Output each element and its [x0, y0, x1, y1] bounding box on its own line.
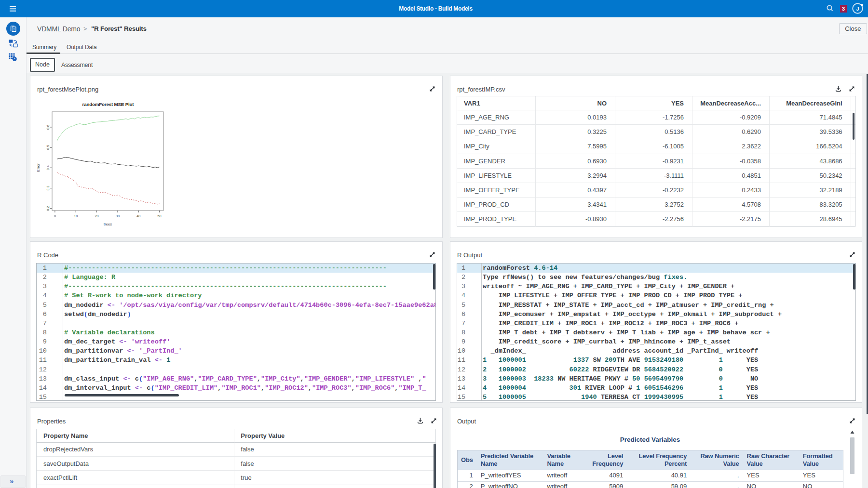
- svg-text:30: 30: [116, 214, 120, 218]
- svg-text:0.4: 0.4: [46, 165, 50, 170]
- svg-text:20: 20: [95, 214, 99, 218]
- svg-text:trees: trees: [104, 222, 112, 226]
- svg-text:randomForest MSE Plot: randomForest MSE Plot: [82, 102, 135, 107]
- svg-text:10: 10: [74, 214, 78, 218]
- svg-text:0.3: 0.3: [46, 186, 50, 191]
- svg-text:0: 0: [54, 214, 56, 218]
- svg-text:0.2: 0.2: [46, 206, 50, 211]
- svg-text:Error: Error: [37, 163, 41, 171]
- svg-text:J: J: [856, 6, 859, 12]
- svg-text:0.5: 0.5: [46, 145, 50, 150]
- svg-text:50: 50: [158, 214, 162, 218]
- svg-text:40: 40: [136, 214, 140, 218]
- svg-text:0.6: 0.6: [46, 125, 50, 130]
